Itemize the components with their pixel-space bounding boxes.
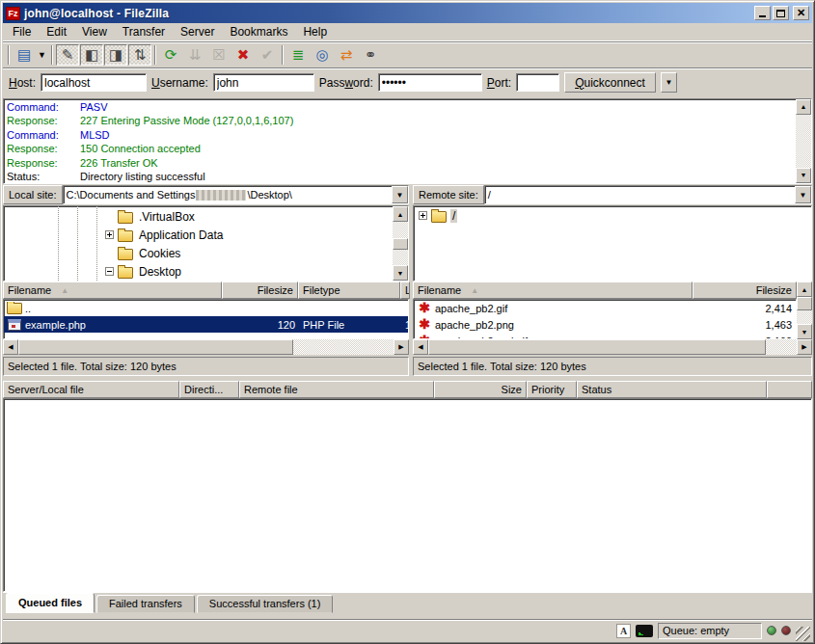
menu-item[interactable]: View [74,23,115,40]
remote-list-scrollbar[interactable]: ▲ ▼ [797,282,812,339]
column-header-status[interactable]: Status [577,381,767,398]
log-line-text: MLSD [80,128,110,142]
scroll-thumb[interactable] [428,339,766,355]
tree-expander-icon[interactable] [105,267,114,276]
scroll-down-icon[interactable]: ▼ [797,324,812,339]
site-manager-dropdown[interactable]: ▼ [36,44,48,66]
username-input[interactable] [213,73,314,92]
tree-expander-icon[interactable] [419,211,427,220]
compare-directories-button[interactable]: ◎ [311,44,334,66]
toggle-message-log-button[interactable]: ✎ [56,44,79,66]
toolbar-separator [282,45,284,65]
local-list-hscrollbar[interactable]: ◀ ▶ [3,339,409,355]
column-header-filename[interactable]: Filename▲ [3,282,222,299]
disconnect-button[interactable]: ✖ [231,44,255,66]
host-input[interactable] [41,73,147,92]
process-queue-button[interactable]: ⇊ [183,44,206,66]
tree-item[interactable]: Application Data [5,226,392,244]
file-row[interactable]: example.php 120 PHP File 1 [4,316,408,333]
local-list-header: Filename▲ Filesize Filetype Last modifie… [3,282,409,299]
queue-tab[interactable]: Failed transfers [96,595,195,613]
tree-item[interactable]: / [414,206,811,225]
scroll-left-icon[interactable]: ◀ [3,339,18,355]
tree-expander-icon[interactable] [105,230,114,239]
directory-filter-button[interactable]: ≣ [286,44,310,66]
remote-status-text: Selected 1 file. Total size: 120 bytes [413,357,812,376]
local-site-dropdown[interactable]: ▼ [392,186,408,203]
queue-tab[interactable]: Successful transfers (1) [197,595,334,613]
tree-item-label: / [450,209,457,223]
remote-list-hscrollbar[interactable]: ◀ ▶ [413,339,812,355]
file-row-parent-dir[interactable]: .. [4,300,408,316]
scroll-right-icon[interactable]: ▶ [394,339,409,355]
toggle-remote-tree-button[interactable]: ◨ [104,44,127,66]
speed-limit-icon[interactable] [636,625,653,637]
column-header-size[interactable]: Size [434,381,527,398]
title-bar[interactable]: Fz john@localhost - FileZilla ✕ [3,3,812,23]
remote-site-combo[interactable]: / ▼ [484,185,812,204]
file-row[interactable]: apache_pb2_ani.gif 2,160 [414,333,796,339]
menu-item[interactable]: Edit [39,23,74,40]
toggle-local-tree-button[interactable]: ◧ [80,44,103,66]
close-button[interactable]: ✕ [793,6,809,20]
scroll-up-icon[interactable]: ▲ [797,282,812,297]
scroll-up-icon[interactable]: ▲ [796,99,811,115]
column-header-server-local-file[interactable]: Server/Local file [3,381,179,398]
tree-item-label: Application Data [137,228,225,242]
column-header-filesize[interactable]: Filesize [693,282,797,299]
maximize-button[interactable] [773,6,789,20]
column-header-priority[interactable]: Priority [527,381,577,398]
queue-header: Server/Local file Directi... Remote file… [3,381,812,398]
scroll-up-icon[interactable]: ▲ [393,206,408,222]
quickconnect-button[interactable]: Quickconnect [564,72,656,93]
remote-list-header: Filename▲ Filesize [413,282,797,299]
scroll-left-icon[interactable]: ◀ [413,339,428,355]
scroll-thumb[interactable] [18,339,293,355]
tree-item[interactable]: Desktop [5,262,392,281]
scroll-thumb[interactable] [797,297,812,310]
file-name: apache_pb2.png [435,319,514,331]
file-row[interactable]: apache_pb2.gif 2,414 [414,300,796,316]
menu-item[interactable]: File [5,23,39,40]
column-header-remote-file[interactable]: Remote file [239,381,434,398]
reconnect-button[interactable]: ✔ [256,44,279,66]
quickconnect-dropdown[interactable]: ▼ [661,72,677,93]
toggle-transfer-queue-button[interactable]: ⇅ [128,44,151,66]
message-log: Command: PASV Response: 227 Entering Pas… [3,98,812,184]
synchronized-browsing-button[interactable]: ⇄ [335,44,358,66]
log-line: Response: 150 Connection accepted [7,142,794,155]
remote-site-dropdown[interactable]: ▼ [795,186,811,203]
tree-item[interactable]: .VirtualBox [5,207,392,226]
tree-item-label: .VirtualBox [137,210,197,224]
scroll-thumb[interactable] [393,238,408,250]
scroll-right-icon[interactable]: ▶ [797,339,812,355]
column-header-filesize[interactable]: Filesize [222,282,298,299]
local-tree-scrollbar[interactable]: ▲ ▼ [393,206,408,281]
menu-item[interactable]: Bookmarks [222,23,295,40]
resize-grip[interactable] [796,627,810,641]
local-site-label: Local site: [3,185,63,204]
file-row[interactable]: apache_pb2.png 1,463 [414,316,796,333]
password-input[interactable] [378,73,482,92]
column-header-filename[interactable]: Filename▲ [413,282,693,299]
column-header-direction[interactable]: Directi... [179,381,239,398]
queue-tab[interactable]: Queued files [6,593,95,613]
column-header-filetype[interactable]: Filetype [298,282,400,299]
log-scrollbar[interactable]: ▲ ▼ [796,99,811,183]
menu-item[interactable]: Transfer [115,23,173,40]
menu-item[interactable]: Help [295,23,335,40]
minimize-button[interactable] [754,6,771,20]
ascii-data-type-icon: A [616,624,631,638]
tree-item[interactable]: Cookies [5,244,392,262]
site-manager-button[interactable]: ▤ [13,44,36,66]
scroll-down-icon[interactable]: ▼ [796,168,811,183]
scroll-down-icon[interactable]: ▼ [393,265,408,281]
find-files-button[interactable]: ⚭ [359,44,382,66]
local-site-combo[interactable]: C:\Documents and Settings\Desktop\ ▼ [63,185,409,204]
port-input[interactable] [516,73,559,92]
file-icon [418,318,431,331]
menu-item[interactable]: Server [173,23,222,40]
cancel-operation-button[interactable]: ☒ [207,44,231,66]
log-line-label: Response: [7,156,80,170]
refresh-button[interactable]: ⟳ [159,44,182,66]
